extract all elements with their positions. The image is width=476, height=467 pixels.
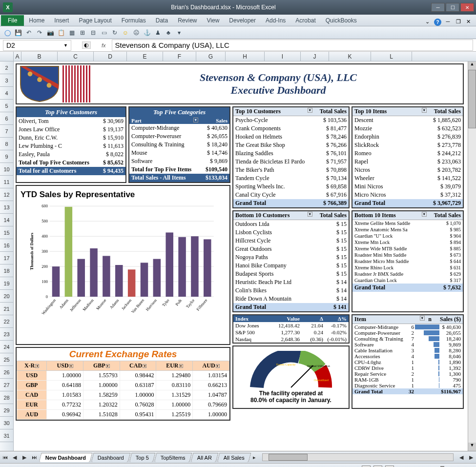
- sheet-tab-all-ar[interactable]: All AR: [190, 453, 218, 462]
- prev-sheet-icon[interactable]: ◀: [10, 453, 19, 462]
- ribbon-tab-page-layout[interactable]: Page Layout: [74, 15, 116, 26]
- worksheet[interactable]: Stevenson & Company (USA), LLC Executive…: [14, 61, 468, 451]
- doc-close-icon[interactable]: ✕: [465, 19, 472, 26]
- doc-minimize-icon[interactable]: ─: [444, 19, 452, 26]
- ribbon-tab-home[interactable]: Home: [24, 15, 49, 26]
- qat-anchor-icon[interactable]: ⚓: [143, 28, 151, 37]
- row-header-2[interactable]: 2: [0, 61, 13, 74]
- qat-camera-icon[interactable]: 📷: [46, 28, 55, 37]
- row-header-13[interactable]: 13: [0, 201, 13, 214]
- row-header-17[interactable]: 17: [0, 252, 13, 264]
- maximize-button[interactable]: ☐: [446, 3, 459, 12]
- sheet-tab-all-sales[interactable]: All Sales: [217, 453, 251, 462]
- ribbon-tab-quickbooks[interactable]: QuickBooks: [321, 15, 362, 26]
- ribbon-tab-data[interactable]: Data: [151, 15, 173, 26]
- row-header-23[interactable]: 23: [0, 328, 13, 341]
- row-header-5[interactable]: 5: [0, 100, 13, 112]
- row-header-19[interactable]: 19: [0, 277, 13, 290]
- row-header-28[interactable]: 28: [0, 391, 13, 404]
- ribbon-tab-formulas[interactable]: Formulas: [117, 15, 151, 26]
- col-header-C[interactable]: C: [58, 52, 94, 61]
- customize-icon[interactable]: ⌄: [424, 19, 431, 26]
- last-sheet-icon[interactable]: ⏭: [30, 453, 39, 462]
- qat-frown-icon[interactable]: ☹: [132, 28, 141, 37]
- namebox-dropdown-icon[interactable]: ▼: [63, 43, 68, 48]
- row-header-25[interactable]: 25: [0, 353, 13, 366]
- qat-undo-icon[interactable]: ↶: [24, 28, 33, 37]
- next-sheet-icon[interactable]: ▶: [20, 453, 29, 462]
- qat-person-icon[interactable]: ♟: [153, 28, 162, 37]
- row-header-15[interactable]: 15: [0, 226, 13, 239]
- row-header-14[interactable]: 14: [0, 214, 13, 226]
- filter-icon[interactable]: ▾: [308, 212, 312, 217]
- doc-restore-icon[interactable]: ❐: [455, 19, 462, 26]
- normal-view-icon[interactable]: [362, 466, 371, 467]
- row-header-9[interactable]: 9: [0, 150, 13, 163]
- col-header-E[interactable]: E: [127, 52, 163, 61]
- ribbon-tab-view[interactable]: View: [202, 15, 225, 26]
- sheet-tab-new-dashboard[interactable]: New Dashboard: [39, 453, 92, 462]
- row-header-16[interactable]: 16: [0, 239, 13, 252]
- minimize-button[interactable]: ─: [431, 3, 445, 12]
- qat-refresh-icon[interactable]: ↻: [110, 28, 119, 37]
- row-header-4[interactable]: 4: [0, 87, 13, 100]
- qat-grid2-icon[interactable]: ⊟: [89, 28, 98, 37]
- col-header-L[interactable]: L: [371, 52, 412, 61]
- page-layout-view-icon[interactable]: [373, 466, 382, 467]
- row-header-29[interactable]: 29: [0, 404, 13, 417]
- fx-label[interactable]: fx: [102, 42, 106, 48]
- row-header-18[interactable]: 18: [0, 264, 13, 277]
- row-header-24[interactable]: 24: [0, 341, 13, 353]
- scroll-thumb[interactable]: [468, 70, 476, 128]
- filter-icon[interactable]: ▾: [422, 212, 427, 217]
- qat-smiley-icon[interactable]: ☺: [121, 28, 130, 37]
- hscroll-left-icon[interactable]: ◀: [457, 453, 466, 462]
- col-header-K[interactable]: K: [329, 52, 371, 61]
- scroll-up-icon[interactable]: ▲: [468, 61, 476, 70]
- row-header-26[interactable]: 26: [0, 366, 13, 379]
- row-header-21[interactable]: 21: [0, 303, 13, 315]
- hscroll-thumb[interactable]: [269, 454, 308, 461]
- horizontal-scrollbar[interactable]: [262, 453, 454, 461]
- row-header-7[interactable]: 7: [0, 125, 13, 138]
- qat-redo-icon[interactable]: ↷: [35, 28, 44, 37]
- row-header-20[interactable]: 20: [0, 290, 13, 303]
- row-header-8[interactable]: 8: [0, 138, 13, 150]
- filter-icon[interactable]: ▾: [308, 108, 312, 113]
- row-header-22[interactable]: 22: [0, 315, 13, 328]
- qat-calc-icon[interactable]: ▦: [67, 28, 76, 37]
- row-header-31[interactable]: 31: [0, 429, 13, 442]
- sheet-tab-top-5[interactable]: Top 5: [129, 453, 155, 462]
- filter-icon[interactable]: ▾: [193, 118, 198, 122]
- row-header-10[interactable]: 10: [0, 163, 13, 176]
- filter-icon[interactable]: ▾: [420, 316, 425, 321]
- insert-function-icon[interactable]: ◐: [82, 41, 91, 49]
- col-header-H[interactable]: H: [226, 52, 265, 61]
- ribbon-tab-review[interactable]: Review: [173, 15, 202, 26]
- qat-sheet-icon[interactable]: ▭: [100, 28, 108, 37]
- ribbon-tab-developer[interactable]: Developer: [224, 15, 261, 26]
- scroll-down-icon[interactable]: ▼: [468, 443, 476, 451]
- name-box[interactable]: D2▼: [3, 40, 71, 51]
- qat-paste-icon[interactable]: 📋: [57, 28, 65, 37]
- qat-new-icon[interactable]: ◯: [3, 28, 12, 37]
- col-header-D[interactable]: D: [94, 52, 127, 61]
- sheet-tab-dashboard[interactable]: Dashboard: [91, 453, 131, 462]
- qat-tree-icon[interactable]: ♣: [164, 28, 173, 37]
- row-header-12[interactable]: 12: [0, 188, 13, 201]
- ribbon-tab-add-ins[interactable]: Add-Ins: [261, 15, 290, 26]
- file-tab[interactable]: File: [1, 15, 24, 26]
- qat-dropdown-icon[interactable]: ▾: [175, 28, 184, 37]
- col-header-J[interactable]: J: [301, 52, 329, 61]
- page-break-view-icon[interactable]: [385, 466, 394, 467]
- help-icon[interactable]: ?: [434, 19, 441, 26]
- col-header-F[interactable]: F: [163, 52, 196, 61]
- row-header-27[interactable]: 27: [0, 379, 13, 391]
- row-header-11[interactable]: 11: [0, 176, 13, 188]
- filter-icon[interactable]: ▾: [422, 108, 427, 113]
- qat-grid1-icon[interactable]: ⊞: [78, 28, 87, 37]
- col-header-A[interactable]: A: [14, 52, 21, 61]
- formula-input[interactable]: Stevenson & Company (USA), LLC: [112, 40, 473, 51]
- qat-save-icon[interactable]: 💾: [14, 28, 22, 37]
- col-header-B[interactable]: B: [21, 52, 58, 61]
